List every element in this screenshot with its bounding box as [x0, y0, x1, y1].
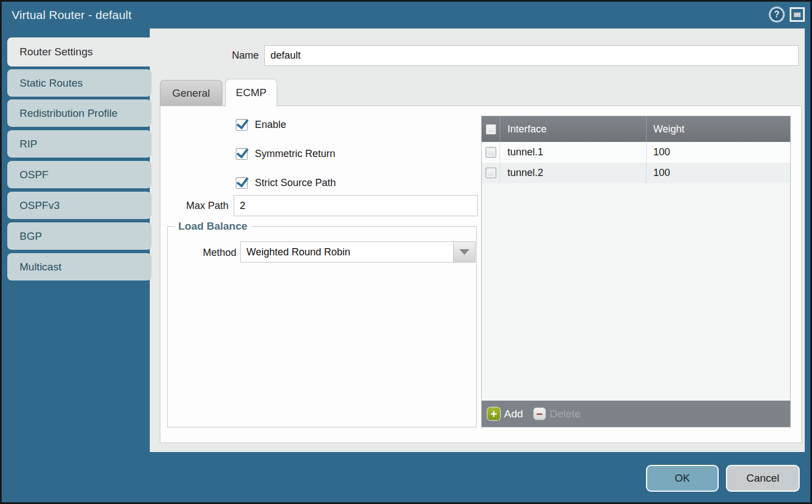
maximize-icon-inner: [794, 12, 801, 17]
add-button[interactable]: + Add: [487, 407, 523, 420]
enable-checkbox[interactable]: [236, 119, 248, 131]
max-path-input[interactable]: [234, 195, 478, 216]
symmetric-return-checkbox[interactable]: [236, 148, 248, 160]
column-header-weight: Weight: [653, 123, 685, 135]
table-footer: + Add − Delete: [482, 401, 790, 427]
dialog-titlebar: Virtual Router - default ?: [2, 2, 810, 28]
sidebar-item-ospf[interactable]: OSPF: [7, 161, 151, 188]
sidebar-item-multicast[interactable]: Multicast: [7, 253, 151, 280]
method-dropdown-button[interactable]: [453, 242, 475, 262]
row-checkbox[interactable]: [486, 168, 496, 178]
cell-weight: 100: [647, 146, 790, 158]
minus-icon: −: [533, 407, 546, 420]
max-path-label: Max Path: [169, 200, 229, 212]
symmetric-return-label: Symmetric Return: [255, 148, 335, 160]
sidebar-item-rip[interactable]: RIP: [7, 130, 151, 158]
method-label: Method: [181, 247, 236, 259]
delete-button-label: Delete: [550, 408, 581, 420]
strict-source-path-label: Strict Source Path: [255, 177, 336, 189]
table-row[interactable]: tunnel.1 100: [482, 142, 790, 163]
name-input[interactable]: [264, 45, 799, 66]
method-value: Weighted Round Robin: [246, 242, 350, 262]
help-icon[interactable]: ?: [769, 7, 785, 22]
add-button-label: Add: [504, 408, 523, 420]
maximize-icon[interactable]: [790, 7, 805, 22]
strict-source-path-checkbox[interactable]: [236, 177, 248, 189]
table-row[interactable]: tunnel.2 100: [482, 163, 790, 183]
load-balance-legend: Load Balance: [174, 220, 251, 232]
chevron-down-icon: [459, 249, 469, 255]
interface-table: Interface Weight tunnel.1 100 tunnel.2 1…: [481, 116, 791, 427]
sidebar-item-bgp[interactable]: BGP: [7, 222, 151, 250]
sidebar-item-router-settings[interactable]: Router Settings: [7, 37, 153, 66]
virtual-router-dialog: Virtual Router - default ? Router Settin…: [0, 0, 812, 504]
sidebar-item-ospfv3[interactable]: OSPFv3: [7, 192, 151, 219]
ok-button[interactable]: OK: [646, 465, 719, 492]
column-header-interface: Interface: [507, 123, 547, 135]
cell-interface: tunnel.1: [500, 142, 647, 163]
enable-label: Enable: [255, 119, 286, 131]
sidebar-item-redistribution-profile[interactable]: Redistribution Profile: [7, 99, 151, 127]
table-header-row: Interface Weight: [482, 116, 790, 142]
cell-weight: 100: [647, 167, 790, 179]
tab-ecmp[interactable]: ECMP: [225, 79, 277, 107]
sidebar-item-static-routes[interactable]: Static Routes: [7, 69, 151, 97]
dialog-title: Virtual Router - default: [12, 2, 132, 28]
select-all-checkbox[interactable]: [486, 124, 496, 135]
delete-button[interactable]: − Delete: [533, 407, 581, 420]
table-empty-area: [482, 183, 790, 401]
plus-icon: +: [487, 407, 500, 420]
tab-general[interactable]: General: [160, 80, 222, 106]
cell-interface: tunnel.2: [500, 163, 647, 183]
row-checkbox[interactable]: [486, 147, 496, 158]
method-dropdown[interactable]: Weighted Round Robin: [240, 241, 476, 263]
name-label: Name: [186, 50, 259, 61]
cancel-button[interactable]: Cancel: [726, 465, 800, 492]
